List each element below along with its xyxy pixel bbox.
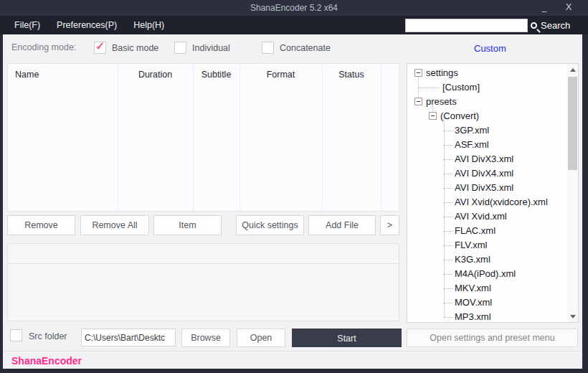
- custom-preset-link[interactable]: Custom: [474, 43, 506, 54]
- tree-item-convert[interactable]: (Convert): [440, 109, 479, 123]
- file-list-table: Name Duration Subtitle Format Status: [7, 63, 399, 212]
- menu-file[interactable]: File(F): [11, 16, 44, 34]
- tree-guide-line: [444, 131, 452, 131]
- statusbar-brand: ShanaEncoder: [11, 355, 82, 367]
- tree-item-settings[interactable]: settings: [426, 66, 458, 80]
- tree-item-preset[interactable]: MOV.xml: [455, 296, 492, 310]
- quick-settings-button[interactable]: Quick settings: [236, 215, 304, 235]
- log-panel: [7, 263, 399, 321]
- open-settings-preset-menu-button[interactable]: Open settings and preset menu: [407, 329, 578, 347]
- column-header-status[interactable]: Status: [322, 64, 381, 85]
- remove-button[interactable]: Remove: [7, 215, 75, 235]
- basic-mode-checkbox[interactable]: [94, 42, 106, 54]
- menu-help[interactable]: Help(H): [130, 16, 168, 34]
- src-folder-checkbox[interactable]: [10, 329, 22, 341]
- tree-guide-line: [444, 231, 452, 232]
- basic-mode-label[interactable]: Basic mode: [112, 43, 158, 53]
- column-header-subtitle[interactable]: Subtitle: [193, 64, 240, 85]
- destination-path-input[interactable]: [81, 329, 176, 346]
- column-separator: [193, 64, 194, 211]
- menu-items: File(F) Preferences(P) Help(H): [11, 16, 168, 34]
- tree-guide-line: [444, 174, 452, 174]
- item-button[interactable]: Item: [153, 215, 222, 235]
- app-window: ShanaEncoder 5.2 x64 _ X File(F) Prefere…: [0, 0, 588, 373]
- preset-tree-panel: settings [Custom] presets (Convert) 3GP.…: [407, 63, 579, 323]
- tree-guide-line: [444, 303, 452, 303]
- tree-item-preset[interactable]: M4A(iPod).xml: [455, 267, 516, 281]
- tree-item-preset[interactable]: AVI DivX5.xml: [455, 181, 513, 195]
- concatenate-label[interactable]: Concatenate: [280, 43, 331, 53]
- tree-item-preset[interactable]: AVI DivX4.xml: [455, 166, 513, 181]
- tree-guide-line: [444, 317, 452, 318]
- expand-toolbar-button[interactable]: >: [380, 215, 399, 235]
- info-panel: [7, 243, 399, 264]
- tree-scrollbar[interactable]: [567, 64, 578, 322]
- tree-item-presets[interactable]: presets: [426, 95, 457, 109]
- src-folder-label: Src folder: [29, 331, 67, 341]
- tree-guide-line: [444, 260, 452, 260]
- close-button[interactable]: X: [561, 0, 577, 16]
- search-button[interactable]: Search: [531, 16, 570, 34]
- tree-item-preset[interactable]: MP3.xml: [455, 310, 491, 323]
- tree-collapse-icon[interactable]: [429, 112, 437, 120]
- statusbar-divider: [3, 351, 582, 351]
- menu-bar: File(F) Preferences(P) Help(H) Search: [0, 16, 588, 34]
- tree-guide-line: [444, 202, 452, 203]
- concatenate-checkbox[interactable]: [262, 42, 274, 54]
- browse-button[interactable]: Browse: [181, 329, 230, 347]
- tree-guide-line: [418, 88, 440, 88]
- column-header-name[interactable]: Name: [8, 64, 118, 85]
- tree-guide-line: [444, 188, 452, 189]
- tree-item-preset[interactable]: AVI Xvid.xml: [455, 209, 507, 224]
- window-title: ShanaEncoder 5.2 x64: [0, 0, 588, 16]
- menu-preferences[interactable]: Preferences(P): [53, 16, 120, 34]
- tree-item-preset[interactable]: FLV.xml: [455, 238, 488, 252]
- tree-collapse-icon[interactable]: [414, 69, 422, 77]
- individual-checkbox[interactable]: [174, 42, 186, 54]
- tree-item-preset[interactable]: MKV.xml: [455, 281, 491, 296]
- scroll-up-icon[interactable]: [567, 64, 578, 75]
- column-separator: [322, 64, 323, 211]
- column-separator: [381, 64, 381, 211]
- tree-guide-line: [444, 217, 452, 217]
- tree-guide-line: [444, 145, 452, 146]
- search-icon: [531, 22, 537, 29]
- tree-guide-line: [444, 245, 452, 246]
- tree-guide-line: [444, 288, 452, 289]
- column-separator: [240, 64, 240, 211]
- title-bar: ShanaEncoder 5.2 x64 _ X: [0, 0, 588, 16]
- search-button-label: Search: [541, 20, 570, 31]
- tree-item-preset[interactable]: 3GP.xml: [455, 123, 489, 138]
- tree-item-preset[interactable]: ASF.xml: [455, 138, 489, 152]
- tree-item-preset[interactable]: AVI Xvid(xvidcore).xml: [455, 195, 548, 209]
- add-file-button[interactable]: Add File: [308, 215, 376, 235]
- column-separator: [118, 64, 118, 211]
- open-button[interactable]: Open: [237, 329, 285, 347]
- tree-guide-line: [444, 120, 445, 317]
- scroll-down-icon[interactable]: [567, 311, 578, 322]
- remove-all-button[interactable]: Remove All: [80, 215, 149, 235]
- search-input[interactable]: [405, 19, 528, 32]
- tree-item-preset[interactable]: AVI DivX3.xml: [455, 152, 513, 166]
- column-header-duration[interactable]: Duration: [118, 64, 193, 85]
- tree-guide-line: [444, 159, 452, 160]
- individual-label[interactable]: Individual: [192, 43, 230, 53]
- tree-item-preset[interactable]: K3G.xml: [455, 252, 490, 267]
- column-header-format[interactable]: Format: [240, 64, 322, 85]
- start-button[interactable]: Start: [292, 329, 402, 347]
- tree-guide-line: [444, 274, 452, 275]
- minimize-button[interactable]: _: [536, 0, 552, 16]
- tree-item-custom[interactable]: [Custom]: [442, 80, 480, 95]
- scrollbar-thumb[interactable]: [568, 77, 577, 170]
- encoding-mode-label: Encoding mode:: [11, 42, 76, 52]
- tree-collapse-icon[interactable]: [414, 98, 422, 105]
- tree-item-preset[interactable]: FLAC.xml: [455, 224, 495, 238]
